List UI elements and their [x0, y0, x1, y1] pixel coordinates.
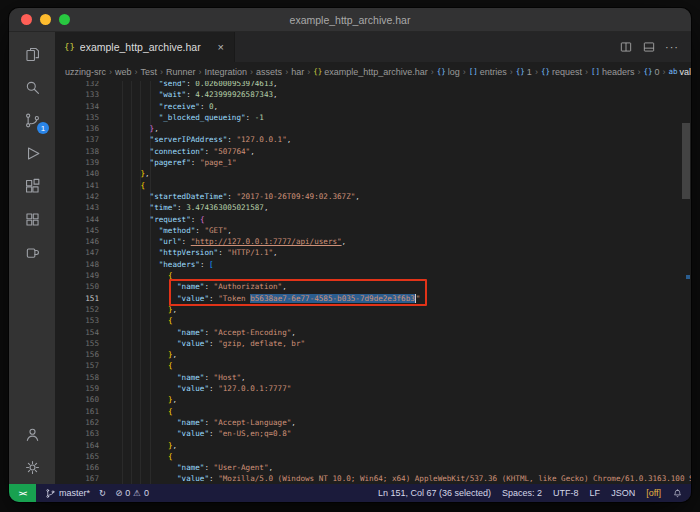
explorer-icon[interactable] [9, 38, 55, 71]
code-line[interactable]: 152 }, [55, 304, 691, 315]
line-number[interactable]: 158 [55, 372, 99, 383]
line-number[interactable]: 166 [55, 462, 99, 473]
mug-icon[interactable] [9, 236, 55, 269]
code-line[interactable]: 150 "name": "Authorization", [55, 281, 691, 292]
line-number[interactable]: 132 [55, 81, 99, 89]
title-bar[interactable]: example_http_archive.har [9, 8, 691, 32]
scrollbar-thumb[interactable] [682, 123, 690, 199]
language-mode[interactable]: JSON [611, 488, 635, 498]
git-branch[interactable]: master* [45, 488, 90, 499]
line-number[interactable]: 155 [55, 338, 99, 349]
code-line[interactable]: 135 "_blocked_queueing": -1 [55, 112, 691, 123]
code-line[interactable]: 139 "pageref": "page_1" [55, 157, 691, 168]
line-number[interactable]: 162 [55, 417, 99, 428]
code-line[interactable]: 137 "serverIPAddress": "127.0.0.1", [55, 134, 691, 145]
code-line[interactable]: 149 { [55, 270, 691, 281]
breadcrumb-item-web[interactable]: web [115, 67, 132, 77]
editor-scrollbar[interactable] [681, 81, 691, 484]
run-debug-icon[interactable] [9, 137, 55, 170]
line-number[interactable]: 160 [55, 394, 99, 405]
line-number[interactable]: 148 [55, 259, 99, 270]
notifications-bell-icon[interactable] [672, 488, 683, 499]
problems-indicator[interactable]: ⊘ 0 ⚠ 0 [115, 488, 149, 498]
minimize-window-button[interactable] [40, 14, 51, 25]
code-line[interactable]: 133 "wait": 4.423999926587343, [55, 89, 691, 100]
accounts-icon[interactable] [9, 418, 55, 451]
code-line[interactable]: 167 "value": "Mozilla/5.0 (Windows NT 10… [55, 473, 691, 484]
breadcrumb-item-test[interactable]: Test [141, 67, 158, 77]
code-line[interactable]: 158 "name": "Host", [55, 372, 691, 383]
line-number[interactable]: 139 [55, 157, 99, 168]
breadcrumb-item-integration[interactable]: Integration [205, 67, 248, 77]
line-number[interactable]: 165 [55, 451, 99, 462]
line-number[interactable]: 140 [55, 168, 99, 179]
line-number[interactable]: 136 [55, 123, 99, 134]
toggle-layout-icon[interactable] [639, 37, 659, 57]
code-line[interactable]: 162 "name": "Accept-Language", [55, 417, 691, 428]
breadcrumb-item-log[interactable]: {}log [437, 67, 460, 77]
indentation-indicator[interactable]: Spaces: 2 [502, 488, 542, 498]
close-window-button[interactable] [21, 14, 32, 25]
mode-indicator[interactable]: [off] [646, 488, 661, 498]
code-line[interactable]: 141 { [55, 180, 691, 191]
zoom-window-button[interactable] [59, 14, 70, 25]
breadcrumb-item-0[interactable]: {}0 [644, 67, 660, 77]
code-line[interactable]: 164 }, [55, 440, 691, 451]
breadcrumb-item-headers[interactable]: []headers [591, 67, 635, 77]
remote-indicator[interactable]: >< [9, 484, 36, 502]
code-line[interactable]: 166 "name": "User-Agent", [55, 462, 691, 473]
code-line[interactable]: 146 "url": "http://127.0.0.1:7777/api/us… [55, 236, 691, 247]
line-number[interactable]: 146 [55, 236, 99, 247]
line-number[interactable]: 150 [55, 281, 99, 292]
sync-button[interactable]: ↻ [99, 488, 106, 498]
code-line[interactable]: 159 "value": "127.0.0.1:7777" [55, 383, 691, 394]
code-line[interactable]: 160 }, [55, 394, 691, 405]
breadcrumb-item-uzzing-src[interactable]: uzzing-src [65, 67, 106, 77]
breadcrumb-item-entries[interactable]: []entries [469, 67, 507, 77]
code-line[interactable]: 136 }, [55, 123, 691, 134]
code-line[interactable]: 163 "value": "en-US,en;q=0.8" [55, 428, 691, 439]
code-line[interactable]: 157 { [55, 360, 691, 371]
line-number[interactable]: 144 [55, 214, 99, 225]
line-number[interactable]: 134 [55, 101, 99, 112]
code-line[interactable]: 132 "send": 0.026000953974613, [55, 81, 691, 89]
breadcrumb-item-assets[interactable]: assets [256, 67, 282, 77]
code-line[interactable]: 156 }, [55, 349, 691, 360]
code-line[interactable]: 134 "receive": 0, [55, 101, 691, 112]
line-number[interactable]: 147 [55, 247, 99, 258]
search-icon[interactable] [9, 71, 55, 104]
line-number[interactable]: 152 [55, 304, 99, 315]
code-line[interactable]: 151 "value": "Token b5638ae7-6e77-4585-b… [55, 293, 691, 304]
code-line[interactable]: 155 "value": "gzip, deflate, br" [55, 338, 691, 349]
split-editor-icon[interactable] [616, 37, 636, 57]
line-number[interactable]: 167 [55, 473, 99, 484]
settings-gear-icon[interactable] [9, 451, 55, 484]
line-number[interactable]: 153 [55, 315, 99, 326]
line-number[interactable]: 163 [55, 428, 99, 439]
grid-icon[interactable] [9, 203, 55, 236]
line-number[interactable]: 137 [55, 134, 99, 145]
code-line[interactable]: 138 "connection": "507764", [55, 146, 691, 157]
close-tab-icon[interactable]: × [217, 41, 225, 53]
more-actions-icon[interactable]: ··· [662, 37, 682, 57]
code-line[interactable]: 140 }, [55, 168, 691, 179]
code-line[interactable]: 145 "method": "GET", [55, 225, 691, 236]
line-number[interactable]: 151 [55, 293, 99, 304]
line-number[interactable]: 141 [55, 180, 99, 191]
breadcrumb-item-har[interactable]: har [291, 67, 304, 77]
source-control-icon[interactable]: 1 [9, 104, 55, 137]
line-number[interactable]: 142 [55, 191, 99, 202]
code-line[interactable]: 161 { [55, 406, 691, 417]
line-number[interactable]: 143 [55, 202, 99, 213]
breadcrumb-item-runner[interactable]: Runner [166, 67, 196, 77]
cursor-position[interactable]: Ln 151, Col 67 (36 selected) [378, 488, 491, 498]
code-line[interactable]: 147 "httpVersion": "HTTP/1.1", [55, 247, 691, 258]
code-line[interactable]: 144 "request": { [55, 214, 691, 225]
line-number[interactable]: 157 [55, 360, 99, 371]
line-number[interactable]: 159 [55, 383, 99, 394]
code-line[interactable]: 165 { [55, 451, 691, 462]
code-line[interactable]: 148 "headers": [ [55, 259, 691, 270]
breadcrumb-item-value[interactable]: abvalue [669, 67, 691, 77]
line-number[interactable]: 138 [55, 146, 99, 157]
extensions-icon[interactable] [9, 170, 55, 203]
